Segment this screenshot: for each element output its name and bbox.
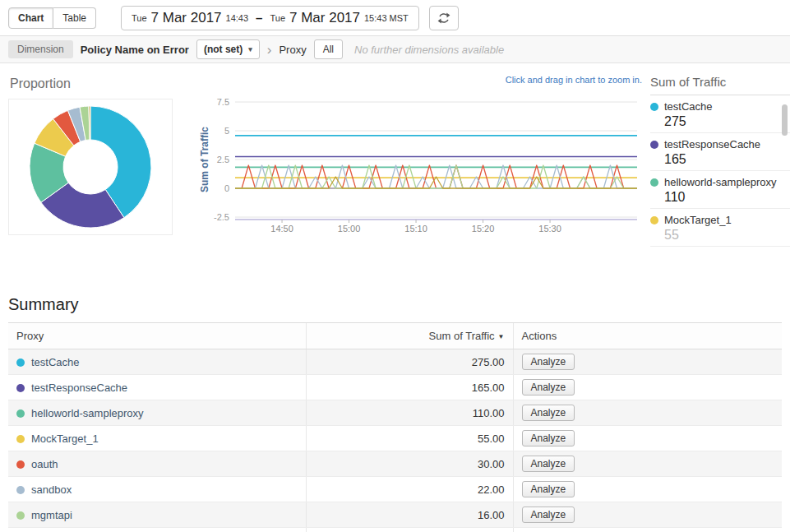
y-tick-label: 5	[224, 126, 229, 136]
x-tick-label: 15:30	[538, 224, 561, 234]
legend-item-MockTarget_1[interactable]: MockTarget_155	[650, 209, 790, 247]
legend-item-oauth[interactable]: oauth30	[650, 247, 790, 249]
sum-of-traffic-cell: 275.00	[306, 349, 513, 375]
analyze-button-testCache[interactable]: Analyze	[522, 354, 575, 370]
refresh-button[interactable]	[429, 6, 459, 30]
sum-of-traffic-cell: 30.00	[306, 451, 513, 477]
proxy-dot-icon	[16, 460, 25, 469]
line-chart-panel: Click and drag in chart to zoom in. -2.5…	[173, 72, 650, 284]
actions-cell: Analyze	[513, 528, 782, 532]
sum-of-traffic-cell: 3.00	[306, 528, 513, 532]
date-range-picker[interactable]: Tue 7 Mar 2017 14:43 – Tue 7 Mar 2017 15…	[121, 6, 419, 30]
legend-dot-icon	[650, 178, 658, 187]
legend-item-testResponseCache[interactable]: testResponseCache165	[650, 133, 790, 171]
legend-series-name: testCache	[664, 100, 713, 113]
column-header-actions: Actions	[513, 323, 782, 349]
caret-down-icon: ▾	[248, 45, 252, 53]
sum-of-traffic-cell: 55.00	[306, 426, 513, 451]
proxy-cell: oauth	[8, 451, 306, 477]
end-date: 7 Mar 2017	[289, 10, 360, 26]
refresh-icon	[437, 12, 451, 24]
proxy-cell: sandbox	[8, 477, 306, 502]
table-row-sandbox: sandbox22.00Analyze	[8, 477, 782, 502]
x-tick-label: 15:00	[338, 224, 361, 234]
table-tab[interactable]: Table	[53, 7, 96, 29]
dimension-name: Policy Name on Error	[81, 44, 189, 56]
proxy-cell: mgmtapi	[8, 502, 306, 528]
column-header-sum-of-traffic[interactable]: Sum of Traffic▼	[306, 323, 513, 349]
y-tick-label: -2.5	[214, 212, 229, 222]
y-tick-label: 2.5	[217, 155, 229, 164]
end-time: 15:43 MST	[364, 13, 409, 23]
x-tick-label: 15:10	[404, 224, 427, 234]
sum-of-traffic-cell: 22.00	[306, 477, 513, 502]
x-tick-label: 15:20	[472, 224, 495, 234]
top-toolbar: Chart Table Tue 7 Mar 2017 14:43 – Tue 7…	[0, 0, 790, 36]
dimension-value: (not set)	[204, 44, 243, 55]
table-row-oauth: oauth30.00Analyze	[8, 451, 782, 477]
sum-of-traffic-cell: 16.00	[306, 502, 513, 528]
proxy-all-button[interactable]: All	[314, 39, 343, 59]
start-date: 7 Mar 2017	[151, 10, 222, 26]
y-tick-label: 0	[224, 183, 229, 193]
sort-desc-icon: ▼	[498, 333, 505, 340]
analyze-button-testResponseCache[interactable]: Analyze	[522, 379, 575, 396]
actions-cell: Analyze	[513, 502, 782, 528]
x-tick-label: 14:50	[270, 224, 293, 234]
legend-series-name: helloworld-sampleproxy	[664, 176, 777, 188]
proxy-cell: MockTarget_1	[8, 426, 306, 451]
summary-table: Proxy Sum of Traffic▼ Actions testCache2…	[8, 322, 782, 532]
proxy-cell: MockTarget_2	[8, 528, 306, 532]
analyze-button-sandbox[interactable]: Analyze	[522, 481, 575, 497]
legend-series-value: 55	[664, 228, 790, 243]
summary-section: Summary Proxy Sum of Traffic▼ Actions te…	[0, 295, 790, 532]
date-range-separator: –	[256, 11, 262, 25]
chevron-right-icon: ›	[267, 43, 272, 57]
analyze-button-MockTarget_1[interactable]: Analyze	[522, 430, 575, 446]
sum-of-traffic-cell: 165.00	[306, 375, 513, 400]
line-chart[interactable]: -2.502.557.514:5015:0015:1015:2015:30Sum…	[197, 94, 650, 235]
proxy-label: Proxy	[279, 44, 306, 56]
dimension-chip[interactable]: Dimension	[8, 40, 73, 58]
legend-items: testCache275testResponseCache165hellowor…	[650, 95, 790, 249]
actions-cell: Analyze	[513, 477, 782, 502]
proportion-panel: Proportion	[8, 72, 173, 284]
table-row-helloworld-sampleproxy: helloworld-sampleproxy110.00Analyze	[8, 400, 782, 426]
chart-tab[interactable]: Chart	[8, 7, 53, 29]
column-header-proxy[interactable]: Proxy	[8, 323, 306, 349]
donut-chart[interactable]	[8, 99, 173, 235]
chart-panel: Proportion Click and drag in chart to zo…	[0, 63, 790, 284]
legend-scrollbar[interactable]	[782, 104, 788, 136]
table-row-MockTarget_2: MockTarget_23.00Analyze	[8, 528, 782, 532]
sum-of-traffic-header-label: Sum of Traffic	[429, 330, 495, 342]
summary-title: Summary	[8, 295, 782, 314]
proxy-dot-icon	[16, 409, 25, 418]
proxy-dot-icon	[16, 435, 25, 443]
dimension-value-dropdown[interactable]: (not set) ▾	[196, 39, 260, 59]
table-row-mgmtapi: mgmtapi16.00Analyze	[8, 502, 782, 528]
table-row-testCache: testCache275.00Analyze	[8, 349, 782, 375]
proportion-title: Proportion	[10, 76, 173, 91]
actions-cell: Analyze	[513, 451, 782, 477]
dimension-bar: Dimension Policy Name on Error (not set)…	[0, 36, 790, 63]
legend-dot-icon	[650, 216, 658, 224]
start-day: Tue	[132, 13, 147, 23]
table-row-MockTarget_1: MockTarget_155.00Analyze	[8, 426, 782, 451]
legend-series-value: 110	[664, 190, 790, 205]
analyze-button-helloworld-sampleproxy[interactable]: Analyze	[522, 405, 575, 421]
legend-item-testCache[interactable]: testCache275	[650, 95, 790, 133]
actions-cell: Analyze	[513, 375, 782, 400]
table-header-row: Proxy Sum of Traffic▼ Actions	[8, 323, 782, 349]
analyze-button-mgmtapi[interactable]: Analyze	[522, 507, 575, 523]
view-toggle: Chart Table	[8, 7, 96, 29]
dimension-note: No further dimensions available	[354, 44, 504, 56]
legend-dot-icon	[650, 141, 658, 149]
legend-series-name: testResponseCache	[664, 138, 760, 150]
actions-cell: Analyze	[513, 426, 782, 451]
chart-legend: Sum of Traffic testCache275testResponseC…	[650, 75, 790, 249]
analyze-button-oauth[interactable]: Analyze	[522, 456, 575, 472]
sum-of-traffic-cell: 110.00	[306, 400, 513, 426]
legend-item-helloworld-sampleproxy[interactable]: helloworld-sampleproxy110	[650, 171, 790, 209]
y-tick-label: 7.5	[217, 97, 229, 107]
legend-title: Sum of Traffic	[650, 75, 790, 95]
